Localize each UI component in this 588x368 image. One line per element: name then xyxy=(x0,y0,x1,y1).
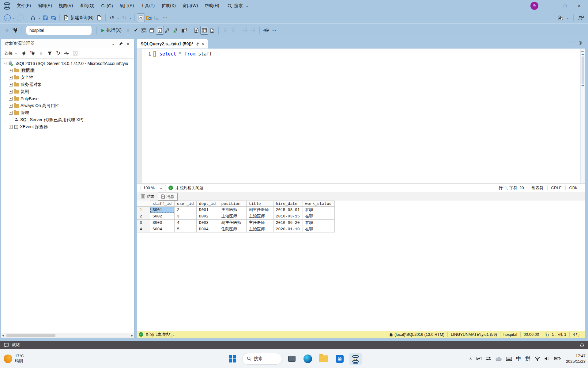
hidden-icons-chevron[interactable]: ∧ xyxy=(469,356,472,362)
open-file-icon[interactable] xyxy=(29,13,37,22)
onedrive-icon[interactable] xyxy=(495,357,502,361)
expand-icon[interactable]: + xyxy=(9,104,13,108)
estimated-plan-button[interactable] xyxy=(140,26,148,35)
expand-icon[interactable]: + xyxy=(9,125,13,129)
code-editor[interactable]: 1 select * from staff xyxy=(137,48,585,183)
column-header[interactable]: user_id xyxy=(175,201,197,207)
tab-close-icon[interactable]: × xyxy=(202,41,205,47)
grid-cell[interactable]: 2020-01-10 xyxy=(273,226,303,232)
grid-cell[interactable]: 主治医师 xyxy=(246,226,273,232)
row-number[interactable]: 1 xyxy=(137,207,150,213)
tree-node-polybase[interactable]: + PolyBase xyxy=(1,95,134,102)
navigate-back-button[interactable]: ← xyxy=(3,13,12,22)
file-explorer-button[interactable] xyxy=(318,353,330,365)
breakpoint-margin[interactable] xyxy=(137,49,142,183)
filter-icon[interactable] xyxy=(46,49,54,58)
minimize-button[interactable]: ─ xyxy=(544,1,558,11)
results-to-file-button[interactable]: 01 xyxy=(208,26,216,35)
connect-icon[interactable] xyxy=(3,26,11,35)
grid-cell[interactable]: 2010-06-20 xyxy=(273,220,303,226)
split-editor-button[interactable] xyxy=(581,52,584,54)
database-selector[interactable]: hospital ⌄ xyxy=(26,26,92,35)
zoom-selector[interactable]: 100 % ⌄ xyxy=(141,185,166,191)
taskbar-clock[interactable]: 17:47 2025/11/23 xyxy=(566,353,586,364)
results-to-grid-button[interactable]: 01 xyxy=(200,26,208,35)
ime-mode-indicator[interactable]: 中 xyxy=(516,355,521,362)
panel-chevron-icon[interactable]: ⌄ xyxy=(110,40,117,47)
live-share-dropdown-icon[interactable]: ⌄ xyxy=(566,16,570,20)
save-all-button[interactable] xyxy=(49,13,57,22)
results-pane-toggle-button[interactable] xyxy=(156,26,164,35)
grid-cell[interactable]: 在职 xyxy=(303,207,334,213)
grid-cell[interactable]: D004 xyxy=(196,226,219,232)
menu-window[interactable]: 窗口(W) xyxy=(179,2,202,10)
tree-node-alwayson[interactable]: + Always On 高可用性 xyxy=(1,102,134,109)
change-connection-icon[interactable] xyxy=(11,26,19,35)
undo-button[interactable]: ↺ xyxy=(108,13,116,22)
grid-cell[interactable]: S003 xyxy=(150,220,175,226)
cancel-query-button[interactable]: ■ xyxy=(124,26,132,35)
line-ending[interactable]: CRLF xyxy=(547,186,565,190)
parse-query-button[interactable]: ✓ xyxy=(132,26,140,35)
grid-cell[interactable]: 住院医师 xyxy=(219,226,246,232)
tab-messages[interactable]: 消息 xyxy=(158,193,178,201)
expand-icon[interactable]: + xyxy=(9,83,13,86)
grid-cell[interactable]: 在职 xyxy=(303,220,334,226)
weather-widget[interactable]: 17°C 晴朗 xyxy=(4,354,24,364)
open-folder-button[interactable] xyxy=(145,13,153,22)
grid-cell[interactable]: 2015-08-01 xyxy=(273,207,303,213)
grid-cell[interactable]: D002 xyxy=(196,213,219,220)
grid-cell[interactable]: 5 xyxy=(175,226,197,232)
column-header[interactable]: staff_id xyxy=(150,201,175,207)
title-search[interactable]: 搜索 ⌄ xyxy=(228,3,249,9)
expand-icon[interactable]: + xyxy=(9,111,13,115)
column-header[interactable]: work_status xyxy=(303,201,334,207)
live-share-button[interactable] xyxy=(556,13,564,22)
query-options-windows-button[interactable] xyxy=(148,26,156,35)
taskbar-search[interactable]: 搜索 xyxy=(242,353,282,365)
feedback-bubble-icon[interactable] xyxy=(4,343,9,348)
grid-cell[interactable]: 3 xyxy=(175,213,197,220)
media-app-tray-icon[interactable] xyxy=(476,356,482,361)
menu-git[interactable]: Git(G) xyxy=(98,2,116,9)
menu-edit[interactable]: 编辑(E) xyxy=(34,2,55,10)
ssms-taskbar-button[interactable] xyxy=(349,353,362,365)
redo-button[interactable]: ↻ xyxy=(120,13,128,22)
menu-tools[interactable]: 工具(T) xyxy=(137,2,158,10)
explorer-horizontal-scrollbar[interactable]: ◀ ▶ xyxy=(1,333,134,338)
tree-node-security[interactable]: + 安全性 xyxy=(1,74,134,81)
grid-cell[interactable]: 4 xyxy=(175,220,197,226)
save-button[interactable] xyxy=(41,13,49,22)
start-button[interactable] xyxy=(226,353,239,365)
row-number[interactable]: 2 xyxy=(137,213,150,220)
bell-icon[interactable] xyxy=(580,343,584,347)
activity-monitor-button[interactable] xyxy=(137,13,145,22)
grid-cell[interactable]: 副主任医师 xyxy=(246,207,273,213)
maximize-button[interactable]: □ xyxy=(558,1,572,11)
query-document-tab[interactable]: SQLQuery2.s...tyiu1 (59))* × xyxy=(137,39,208,48)
sql-code-line[interactable]: select * from staff xyxy=(157,49,212,183)
store-button[interactable] xyxy=(334,353,346,365)
decrease-indent-button[interactable] xyxy=(241,26,249,35)
tree-node-databases[interactable]: + 数据库 xyxy=(1,67,134,74)
expand-icon[interactable]: + xyxy=(9,97,13,101)
menu-view[interactable]: 视图(V) xyxy=(55,2,77,10)
activity-pulse-icon[interactable] xyxy=(63,49,71,58)
undo-dropdown-icon[interactable]: ⌄ xyxy=(116,16,120,20)
edge-button[interactable] xyxy=(302,353,314,365)
close-button[interactable]: × xyxy=(572,1,586,11)
open-query-file-icon[interactable] xyxy=(95,13,103,22)
tabstrip-overflow-icon[interactable]: ⋯ xyxy=(570,40,575,46)
send-feedback-button[interactable] xyxy=(577,13,585,22)
grid-cell[interactable]: 副主任医师 xyxy=(219,220,246,226)
indent-mode[interactable]: 制表符 xyxy=(528,185,547,191)
menu-query[interactable]: 查询(Q) xyxy=(76,2,98,10)
grid-cell[interactable]: 主治医师 xyxy=(246,213,273,220)
tree-node-sql-agent[interactable]: SQL Server 代理(已禁用代理 XP) xyxy=(1,116,134,123)
grid-cell[interactable]: S004 xyxy=(150,226,175,232)
tree-server-node[interactable]: − .\SQL2016 (SQL Server 13.0.1742.0 - Mi… xyxy=(1,60,134,67)
menu-project[interactable]: 项目(P) xyxy=(116,2,138,10)
touch-keyboard-icon[interactable] xyxy=(506,357,512,361)
grid-cell[interactable]: 主治医师 xyxy=(219,213,246,220)
column-header[interactable]: hire_date xyxy=(273,201,303,207)
